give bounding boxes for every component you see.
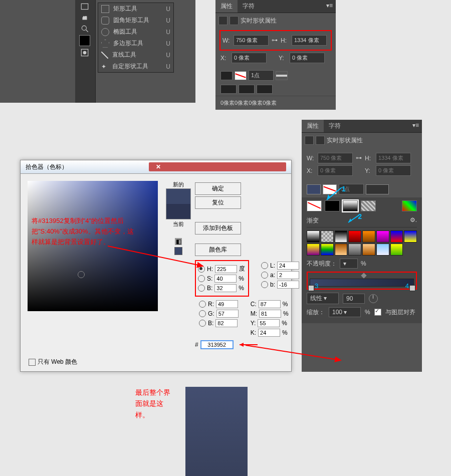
preset[interactable] xyxy=(362,244,375,256)
ellipse-tool-item[interactable]: 椭圆工具U xyxy=(98,26,173,38)
s-input[interactable] xyxy=(214,275,237,283)
preset[interactable] xyxy=(307,230,320,243)
preset[interactable] xyxy=(390,244,403,256)
gradient-stop-right[interactable] xyxy=(409,285,415,291)
h-input[interactable] xyxy=(215,265,237,273)
swatch-icon[interactable] xyxy=(79,35,90,46)
m-input[interactable] xyxy=(259,310,281,318)
radio-r[interactable] xyxy=(199,301,206,308)
custom-shape-tool-item[interactable]: ✦自定形状工具U xyxy=(98,61,173,72)
preset[interactable] xyxy=(376,230,389,243)
close-button[interactable]: ✕ xyxy=(149,162,286,171)
add-swatch-button[interactable]: 添加到色板 xyxy=(195,222,241,234)
gradient-bar[interactable] xyxy=(310,279,414,287)
y-field[interactable]: 0 像素 xyxy=(290,53,325,63)
cap-style[interactable] xyxy=(239,85,255,94)
preset[interactable] xyxy=(348,244,361,256)
height-field-2[interactable]: 1334 像素 xyxy=(376,153,411,163)
tab-character[interactable]: 字符 xyxy=(238,0,260,13)
gradient-stop-left[interactable] xyxy=(308,285,314,291)
roundrect-tool-item[interactable]: 圆角矩形工具U xyxy=(98,15,173,26)
radio-b2[interactable] xyxy=(261,281,268,288)
mask-icon-2 xyxy=(316,136,325,145)
mask-tool-icon[interactable] xyxy=(80,48,89,57)
preset[interactable] xyxy=(404,230,417,243)
color-picker-dialog: 拾色器（色标）✕ 将#313952复制到"4"的位置然后把"S:40%"改成30… xyxy=(20,160,292,372)
stroke-width[interactable]: 1点 xyxy=(249,70,274,81)
y-input[interactable] xyxy=(258,319,280,327)
fill-solid[interactable] xyxy=(325,200,340,211)
l-input[interactable] xyxy=(277,262,299,270)
panel-menu-icon-2[interactable]: ▾≡ xyxy=(409,120,422,132)
zoom-tool-icon[interactable] xyxy=(80,24,89,33)
tab-character-2[interactable]: 字符 xyxy=(324,120,346,132)
r-input[interactable] xyxy=(216,300,238,308)
a-input[interactable] xyxy=(277,271,299,279)
color-picker-btn[interactable] xyxy=(402,200,417,211)
fill-none[interactable] xyxy=(307,200,322,211)
hex-input[interactable] xyxy=(200,340,234,349)
radio-g[interactable] xyxy=(199,310,206,317)
opacity-select[interactable]: ▾ xyxy=(340,259,358,269)
panel-menu-icon[interactable]: ▾≡ xyxy=(323,0,336,13)
b-input[interactable] xyxy=(214,284,237,292)
width-field-2[interactable]: 750 像素 xyxy=(318,153,353,163)
tab-properties[interactable]: 属性 xyxy=(215,0,238,13)
c-input[interactable] xyxy=(259,300,281,308)
reset-button[interactable]: 复位 xyxy=(195,196,241,209)
g-input[interactable] xyxy=(216,310,239,318)
x-field-2[interactable]: 0 像素 xyxy=(318,165,353,176)
rectangle-tool-icon[interactable] xyxy=(80,2,89,11)
tab-properties-2[interactable]: 属性 xyxy=(302,120,324,132)
preset[interactable] xyxy=(348,230,361,243)
gradient-type[interactable]: 线性 ▾ xyxy=(307,293,339,304)
fill-pattern[interactable] xyxy=(361,200,376,211)
fill-swatch-2[interactable] xyxy=(307,184,321,194)
radio-b3[interactable] xyxy=(199,320,206,327)
angle-dial-icon[interactable] xyxy=(369,294,378,303)
radio-b[interactable] xyxy=(198,285,205,292)
link-wh-2[interactable]: ⊶ xyxy=(355,154,363,162)
radio-s[interactable] xyxy=(198,275,205,282)
preset[interactable] xyxy=(335,230,348,243)
height-field[interactable]: 1334 像素 xyxy=(292,35,327,46)
fill-gradient[interactable] xyxy=(343,200,358,211)
line-tool-item[interactable]: 直线工具U xyxy=(98,49,173,61)
k-input[interactable] xyxy=(258,329,280,337)
preset[interactable] xyxy=(390,230,403,243)
rect-tool-item[interactable]: 矩形工具U xyxy=(98,3,173,15)
radio-a[interactable] xyxy=(261,272,268,279)
color-cursor[interactable] xyxy=(78,271,85,278)
polygon-tool-item[interactable]: 多边形工具U xyxy=(98,38,173,49)
b3-input[interactable] xyxy=(215,319,238,327)
preset[interactable] xyxy=(362,230,375,243)
align-stroke[interactable] xyxy=(220,85,237,94)
radio-h[interactable] xyxy=(198,266,205,273)
web-only-checkbox[interactable] xyxy=(29,359,36,366)
hand-tool-icon[interactable] xyxy=(80,13,89,22)
stroke-style-2[interactable] xyxy=(366,184,389,194)
preset[interactable] xyxy=(335,244,348,256)
align-layer-checkbox[interactable] xyxy=(374,309,381,316)
width-field[interactable]: 750 像素 xyxy=(234,35,269,46)
corner-style[interactable] xyxy=(257,85,273,94)
preset[interactable] xyxy=(307,244,320,256)
preset[interactable] xyxy=(321,244,334,256)
stroke-style[interactable] xyxy=(276,71,288,80)
gradient-angle[interactable]: 90 xyxy=(343,294,365,304)
b2-input[interactable] xyxy=(277,281,299,289)
preset[interactable] xyxy=(376,244,389,256)
color-lib-button[interactable]: 颜色库 xyxy=(195,244,241,256)
stroke-swatch[interactable] xyxy=(235,71,247,80)
ok-button[interactable]: 确定 xyxy=(195,182,241,195)
preset[interactable] xyxy=(321,230,334,243)
x-field[interactable]: 0 像素 xyxy=(232,53,267,63)
y-field-2[interactable]: 0 像素 xyxy=(376,165,411,176)
svg-rect-0 xyxy=(81,4,88,9)
link-wh-icon[interactable]: ⊶ xyxy=(271,37,279,45)
gradient-scale[interactable]: 100 ▾ xyxy=(329,307,361,317)
gear-icon[interactable]: ⚙. xyxy=(410,216,417,225)
stroke-swatch-2[interactable] xyxy=(323,184,337,194)
fill-swatch[interactable] xyxy=(220,71,233,80)
radio-l[interactable] xyxy=(261,262,268,269)
